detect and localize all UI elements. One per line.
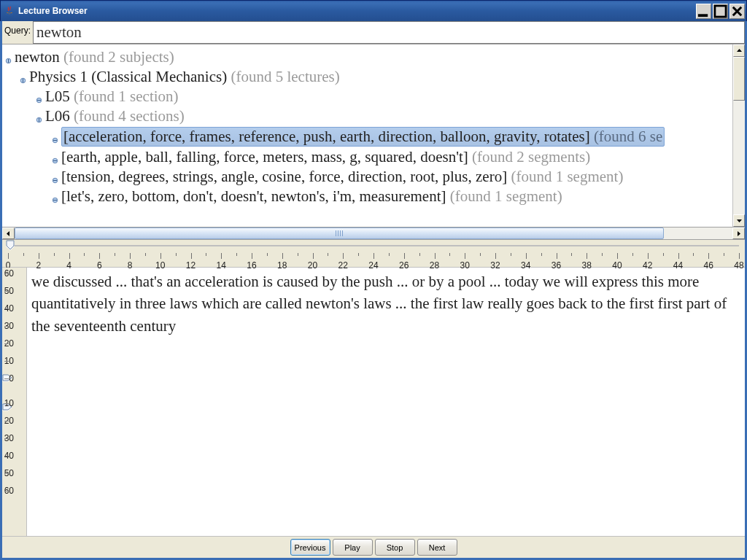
expand-toggle-icon[interactable] [4, 55, 12, 66]
playback-button-bar: Previous Play Stop Next [2, 536, 745, 558]
timeline-tick-label: 12 [186, 260, 196, 271]
timeline-tick-label: 26 [399, 260, 409, 271]
query-row: Query: [2, 21, 745, 44]
stop-button[interactable]: Stop [375, 539, 415, 556]
timeline-tick-label: 42 [643, 260, 652, 271]
tree-lecture-code: L05 [45, 88, 70, 105]
tree-subject-hint: (found 5 lectures) [231, 68, 339, 85]
tree-section-keywords: [let's, zero, bottom, don't, doesn't, ne… [61, 187, 446, 205]
timeline-tick-label: 32 [490, 260, 500, 271]
content-row: 6050403020100102030405060 we discussed .… [2, 268, 745, 536]
tree-root-hint: (found 2 subjects) [63, 48, 174, 66]
tree-subject-name: Physics 1 (Classical Mechanics) [29, 68, 227, 85]
minimize-button[interactable] [696, 4, 711, 19]
tree-section-hint: (found 1 segment) [511, 168, 623, 185]
timeline-tick-label: 24 [368, 260, 378, 271]
close-button[interactable] [729, 4, 745, 19]
timeline-tick-label: 22 [338, 260, 348, 271]
gutter-scale-label: 0 [9, 373, 14, 384]
timeline-tick-label: 14 [217, 260, 226, 271]
tree-section[interactable]: [acceleration, force, frames, reference,… [2, 126, 732, 147]
tree-root[interactable]: newton (found 2 subjects) [2, 47, 732, 67]
window-controls [696, 4, 745, 19]
svg-rect-2 [715, 5, 726, 16]
tree-subject[interactable]: Physics 1 (Classical Mechanics) (found 5… [2, 67, 732, 87]
scroll-right-button[interactable] [732, 228, 745, 239]
app-body: Query: newton (found 2 subjects) Physics… [0, 21, 747, 560]
expand-toggle-icon[interactable] [34, 114, 43, 125]
tree-section[interactable]: [tension, degrees, strings, angle, cosin… [2, 167, 732, 187]
next-button[interactable]: Next [417, 539, 457, 556]
query-input[interactable] [33, 21, 745, 44]
tree-lecture-hint: (found 1 section) [74, 88, 178, 105]
scroll-down-button[interactable] [733, 214, 745, 227]
tree-section-hint: (found 1 segment) [450, 187, 562, 205]
scroll-thumb[interactable] [733, 57, 745, 101]
expand-toggle-icon[interactable] [18, 74, 27, 85]
tree-lecture-hint: (found 4 sections) [74, 107, 185, 125]
scroll-left-button[interactable] [2, 228, 15, 239]
transcript-text: we discussed ... that's an acceleration … [27, 268, 745, 536]
leaf-toggle-icon[interactable] [50, 155, 59, 166]
java-icon [4, 5, 15, 17]
timeline-tick-label: 10 [155, 260, 165, 271]
svg-rect-1 [698, 14, 708, 17]
timeline-slider[interactable]: 0246810121416182022242628303234363840424… [2, 240, 745, 268]
tree-section-hint: (found 2 segments) [472, 148, 590, 166]
tree-section[interactable]: [let's, zero, bottom, don't, doesn't, ne… [2, 187, 732, 206]
left-gutter: 6050403020100102030405060 [2, 268, 27, 536]
tree-lecture[interactable]: L06 (found 4 sections) [2, 106, 732, 126]
timeline-tick-label: 20 [308, 260, 317, 271]
svg-point-0 [6, 13, 13, 15]
window-title: Lecture Browser [18, 6, 696, 16]
tree-horizontal-scrollbar[interactable] [2, 228, 745, 240]
timeline-tick-label: 8 [128, 260, 133, 271]
tree-lecture-code: L06 [45, 107, 70, 125]
timeline-tick-label: 38 [582, 260, 592, 271]
scroll-track[interactable] [15, 228, 732, 239]
timeline-tick-label: 36 [551, 260, 561, 271]
scroll-track[interactable] [733, 57, 745, 214]
tree-root-term: newton [15, 48, 60, 66]
maximize-button[interactable] [713, 4, 728, 19]
tree-section[interactable]: [earth, apple, ball, falling, force, met… [2, 147, 732, 167]
timeline-tick-label: 18 [277, 260, 287, 271]
play-button[interactable]: Play [333, 539, 373, 556]
timeline-tick-label: 4 [66, 260, 71, 271]
timeline-tick-label: 34 [521, 260, 530, 271]
timeline-tick-label: 40 [612, 260, 622, 271]
leaf-toggle-icon[interactable] [50, 174, 59, 185]
tree-section-keywords: [acceleration, force, frames, reference,… [63, 128, 590, 145]
scroll-up-button[interactable] [733, 44, 745, 57]
results-tree[interactable]: newton (found 2 subjects) Physics 1 (Cla… [2, 44, 732, 227]
timeline-tick-label: 48 [734, 260, 743, 271]
collapse-toggle-icon[interactable] [34, 94, 43, 105]
leaf-toggle-icon[interactable] [50, 194, 59, 205]
tree-section-hint: (found 6 se [594, 128, 662, 145]
timeline-tick-label: 44 [673, 260, 683, 271]
timeline-tick-label: 46 [704, 260, 713, 271]
timeline-tick-label: 16 [247, 260, 256, 271]
previous-button[interactable]: Previous [290, 539, 330, 556]
results-tree-panel: newton (found 2 subjects) Physics 1 (Cla… [2, 44, 745, 228]
tree-lecture[interactable]: L05 (found 1 section) [2, 87, 732, 106]
title-bar: Lecture Browser [0, 0, 747, 21]
query-label: Query: [2, 21, 33, 44]
scroll-thumb[interactable] [15, 228, 664, 239]
timeline-tick-label: 28 [430, 260, 439, 271]
timeline-tick-label: 6 [97, 260, 102, 271]
tree-section-keywords: [earth, apple, ball, falling, force, met… [61, 148, 468, 166]
tree-section-keywords: [tension, degrees, strings, angle, cosin… [61, 168, 507, 185]
timeline-tick-label: 2 [36, 260, 41, 271]
leaf-toggle-icon[interactable] [50, 134, 59, 145]
timeline-tick-label: 30 [460, 260, 470, 271]
tree-vertical-scrollbar[interactable] [732, 44, 745, 227]
